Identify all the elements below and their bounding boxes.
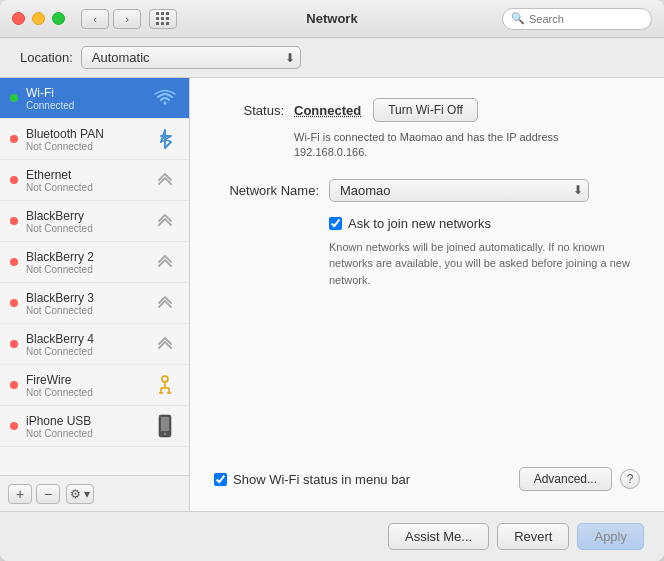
wifi-icon	[151, 84, 179, 112]
sidebar-footer: + − ⚙ ▾	[0, 475, 189, 511]
traffic-lights	[12, 12, 65, 25]
ethernet-item-status: Not Connected	[26, 182, 151, 193]
nav-buttons: ‹ ›	[81, 9, 141, 29]
blackberry4-item-status: Not Connected	[26, 346, 151, 357]
bluetooth-item-name: Bluetooth PAN	[26, 127, 151, 141]
svg-point-10	[164, 433, 166, 435]
bluetooth-status-dot	[10, 135, 18, 143]
network-name-row: Network Name: Maomao ⬇	[214, 179, 640, 202]
show-wifi-status-checkbox[interactable]	[214, 473, 227, 486]
maximize-button[interactable]	[52, 12, 65, 25]
revert-button[interactable]: Revert	[497, 523, 569, 550]
status-value: Connected	[294, 103, 361, 118]
status-label: Status:	[214, 103, 284, 118]
blackberry-status-dot	[10, 217, 18, 225]
sidebar-item-bluetooth-pan[interactable]: Bluetooth PAN Not Connected	[0, 119, 189, 160]
status-description: Wi-Fi is connected to Maomao and has the…	[294, 130, 614, 161]
search-input[interactable]	[529, 13, 643, 25]
sidebar-item-ethernet[interactable]: Ethernet Not Connected	[0, 160, 189, 201]
iphone-icon	[151, 412, 179, 440]
iphone-status-dot	[10, 422, 18, 430]
sidebar-item-blackberry3[interactable]: BlackBerry 3 Not Connected	[0, 283, 189, 324]
status-row: Status: Connected Turn Wi-Fi Off	[214, 98, 640, 122]
detail-panel: Status: Connected Turn Wi-Fi Off Wi-Fi i…	[190, 78, 664, 511]
apply-button[interactable]: Apply	[577, 523, 644, 550]
advanced-button[interactable]: Advanced...	[519, 467, 612, 491]
location-label: Location:	[20, 50, 73, 65]
minimize-button[interactable]	[32, 12, 45, 25]
firewire-item-status: Not Connected	[26, 387, 151, 398]
ethernet-item-name: Ethernet	[26, 168, 151, 182]
show-wifi-status-label[interactable]: Show Wi-Fi status in menu bar	[233, 472, 410, 487]
forward-button[interactable]: ›	[113, 9, 141, 29]
blackberry2-icon	[151, 248, 179, 276]
ask-to-join-description: Known networks will be joined automatica…	[329, 239, 640, 289]
blackberry-item-name: BlackBerry	[26, 209, 151, 223]
ask-to-join-row: Ask to join new networks	[329, 216, 640, 231]
sidebar-item-blackberry2[interactable]: BlackBerry 2 Not Connected	[0, 242, 189, 283]
blackberry-item-status: Not Connected	[26, 223, 151, 234]
location-toolbar: Location: Automatic ⬇	[0, 38, 664, 78]
svg-point-1	[162, 376, 168, 382]
ask-to-join-label[interactable]: Ask to join new networks	[348, 216, 491, 231]
blackberry3-status-dot	[10, 299, 18, 307]
titlebar: ‹ › Network 🔍	[0, 0, 664, 38]
ethernet-icon	[151, 166, 179, 194]
sidebar: Wi-Fi Connected	[0, 78, 190, 511]
svg-rect-9	[161, 417, 169, 431]
bluetooth-icon	[151, 125, 179, 153]
blackberry3-item-name: BlackBerry 3	[26, 291, 151, 305]
firewire-status-dot	[10, 381, 18, 389]
sidebar-item-blackberry[interactable]: BlackBerry Not Connected	[0, 201, 189, 242]
blackberry2-item-status: Not Connected	[26, 264, 151, 275]
assist-me-button[interactable]: Assist Me...	[388, 523, 489, 550]
network-settings-button[interactable]: ⚙ ▾	[66, 484, 94, 504]
wifi-item-name: Wi-Fi	[26, 86, 151, 100]
bottom-options: Show Wi-Fi status in menu bar Advanced..…	[214, 457, 640, 491]
iphone-item-name: iPhone USB	[26, 414, 151, 428]
firewire-icon	[151, 371, 179, 399]
blackberry3-item-status: Not Connected	[26, 305, 151, 316]
network-name-label: Network Name:	[214, 183, 319, 198]
blackberry4-status-dot	[10, 340, 18, 348]
blackberry4-item-name: BlackBerry 4	[26, 332, 151, 346]
network-name-select[interactable]: Maomao	[329, 179, 589, 202]
remove-network-button[interactable]: −	[36, 484, 60, 504]
sidebar-item-blackberry4[interactable]: BlackBerry 4 Not Connected	[0, 324, 189, 365]
sidebar-item-iphone-usb[interactable]: iPhone USB Not Connected	[0, 406, 189, 447]
firewire-item-name: FireWire	[26, 373, 151, 387]
main-content: Wi-Fi Connected	[0, 78, 664, 511]
network-preferences-window: ‹ › Network 🔍 Location: Automatic ⬇	[0, 0, 664, 561]
svg-point-0	[164, 102, 167, 105]
grid-icon	[156, 12, 170, 26]
grid-button[interactable]	[149, 9, 177, 29]
search-box[interactable]: 🔍	[502, 8, 652, 30]
location-select[interactable]: Automatic	[81, 46, 301, 69]
help-button[interactable]: ?	[620, 469, 640, 489]
blackberry2-item-name: BlackBerry 2	[26, 250, 151, 264]
blackberry4-icon	[151, 330, 179, 358]
close-button[interactable]	[12, 12, 25, 25]
sidebar-item-firewire[interactable]: FireWire Not Connected	[0, 365, 189, 406]
ethernet-status-dot	[10, 176, 18, 184]
sidebar-list: Wi-Fi Connected	[0, 78, 189, 475]
bluetooth-item-status: Not Connected	[26, 141, 151, 152]
add-network-button[interactable]: +	[8, 484, 32, 504]
network-name-select-wrap: Maomao ⬇	[329, 179, 589, 202]
turn-wifi-off-button[interactable]: Turn Wi-Fi Off	[373, 98, 478, 122]
sidebar-item-wifi[interactable]: Wi-Fi Connected	[0, 78, 189, 119]
back-button[interactable]: ‹	[81, 9, 109, 29]
window-title: Network	[306, 11, 357, 26]
iphone-item-status: Not Connected	[26, 428, 151, 439]
wifi-status-dot	[10, 94, 18, 102]
wifi-item-status: Connected	[26, 100, 151, 111]
ask-to-join-checkbox[interactable]	[329, 217, 342, 230]
blackberry3-icon	[151, 289, 179, 317]
show-status-row: Show Wi-Fi status in menu bar	[214, 472, 410, 487]
blackberry2-status-dot	[10, 258, 18, 266]
blackberry-icon	[151, 207, 179, 235]
location-select-wrap: Automatic ⬇	[81, 46, 301, 69]
window-footer: Assist Me... Revert Apply	[0, 511, 664, 561]
status-connected-text: Connected	[294, 103, 361, 118]
search-icon: 🔍	[511, 12, 525, 25]
